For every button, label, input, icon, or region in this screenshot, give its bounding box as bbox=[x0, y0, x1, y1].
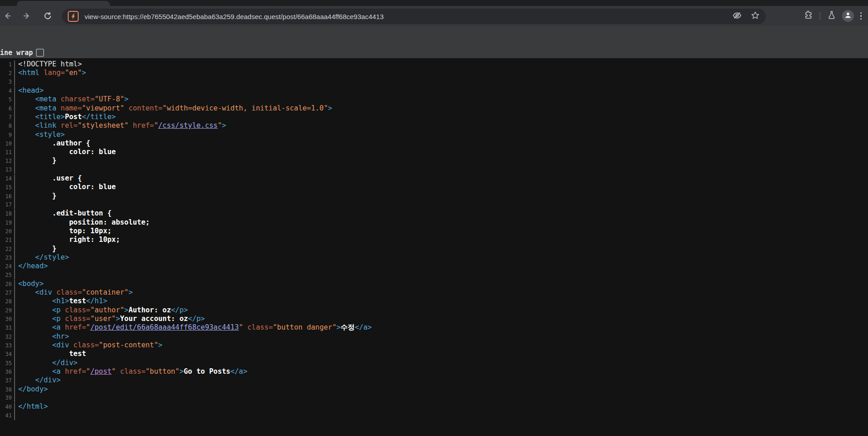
source-line-code: test bbox=[18, 350, 86, 358]
back-icon bbox=[3, 11, 12, 20]
line-number: 28 bbox=[0, 297, 15, 306]
source-line-code: <hr> bbox=[18, 332, 69, 341]
reload-icon bbox=[43, 11, 52, 20]
source-link[interactable]: /post bbox=[90, 367, 112, 376]
profile-button[interactable] bbox=[842, 10, 854, 22]
source-token: > bbox=[124, 95, 128, 103]
back-button[interactable] bbox=[0, 8, 15, 24]
menu-button[interactable] bbox=[860, 12, 862, 20]
source-line-code: <title>Post</title> bbox=[18, 113, 116, 121]
line-number: 3 bbox=[0, 78, 15, 86]
line-number: 24 bbox=[0, 262, 15, 271]
source-token: "post-content" bbox=[99, 341, 158, 349]
line-number: 18 bbox=[0, 210, 15, 218]
labs-button[interactable] bbox=[824, 8, 839, 24]
source-line-code: <p class="user">Your account: oz</p> bbox=[18, 315, 205, 323]
source-token: <body> bbox=[18, 280, 44, 288]
source-token: "en" bbox=[65, 69, 82, 77]
source-token: color: blue bbox=[18, 183, 116, 191]
source-token: } bbox=[18, 192, 56, 200]
source-token: <div bbox=[18, 341, 73, 349]
source-token: </body> bbox=[18, 385, 48, 393]
source-line: 27 <div class="container"> bbox=[0, 288, 868, 297]
tab-strip bbox=[0, 0, 868, 6]
reload-button[interactable] bbox=[40, 8, 55, 24]
line-number: 1 bbox=[0, 60, 15, 69]
line-wrap-checkbox[interactable] bbox=[36, 49, 44, 57]
source-token: .author { bbox=[18, 139, 90, 147]
source-line-code: .user { bbox=[18, 174, 82, 183]
source-token: href= bbox=[65, 323, 86, 331]
source-line: 37 </div> bbox=[0, 376, 868, 385]
source-line: 8 <link rel="stylesheet" href="/css/styl… bbox=[0, 121, 868, 130]
source-line: 22 } bbox=[0, 245, 868, 253]
source-line: 19 position: absolute; bbox=[0, 218, 868, 227]
source-token: top: 10px; bbox=[18, 227, 111, 235]
source-token: </p> bbox=[171, 306, 188, 314]
source-token: <p bbox=[18, 306, 65, 314]
source-line: 26<body> bbox=[0, 280, 868, 288]
line-number: 41 bbox=[0, 411, 15, 420]
line-wrap-label: ine wrap bbox=[0, 49, 33, 57]
source-token: > bbox=[158, 341, 162, 349]
line-number: 7 bbox=[0, 113, 15, 122]
source-line: 34 test bbox=[0, 350, 868, 358]
hidden-eye-icon[interactable] bbox=[732, 10, 742, 22]
source-line: 2<html lang="en"> bbox=[0, 69, 868, 77]
source-token: <p bbox=[18, 315, 65, 323]
browser-toolbar: view-source:https://eb7655042aed5ebaba63… bbox=[0, 6, 868, 26]
active-tab[interactable] bbox=[17, 1, 110, 6]
source-token: <!DOCTYPE html> bbox=[18, 60, 82, 68]
line-number: 37 bbox=[0, 376, 15, 385]
puzzle-icon bbox=[803, 10, 813, 22]
line-number: 17 bbox=[0, 200, 15, 209]
source-line-code: <div class="post-content"> bbox=[18, 341, 162, 350]
source-token: </style> bbox=[18, 253, 69, 261]
line-number: 5 bbox=[0, 95, 15, 104]
line-number: 16 bbox=[0, 192, 15, 201]
person-icon bbox=[844, 11, 852, 21]
source-token: </a> bbox=[231, 367, 247, 376]
line-number: 15 bbox=[0, 183, 15, 192]
line-number: 10 bbox=[0, 140, 15, 148]
line-number: 9 bbox=[0, 131, 15, 140]
forward-button[interactable] bbox=[19, 8, 35, 24]
source-token: </html> bbox=[18, 402, 48, 411]
line-number: 29 bbox=[0, 306, 15, 315]
source-line-code: <!DOCTYPE html> bbox=[18, 60, 82, 69]
source-line: 15 color: blue bbox=[0, 183, 868, 191]
view-source-badge-icon[interactable] bbox=[68, 11, 79, 22]
source-token: href= bbox=[65, 367, 86, 376]
source-token: position: absolute; bbox=[18, 218, 150, 226]
source-token: <a bbox=[18, 323, 65, 331]
source-token: <link bbox=[18, 121, 60, 130]
bookmark-star-icon[interactable] bbox=[750, 10, 760, 22]
source-token: " bbox=[111, 367, 115, 376]
source-line-code: <html lang="en"> bbox=[18, 69, 86, 77]
line-number: 11 bbox=[0, 148, 15, 157]
address-bar[interactable]: view-source:https://eb7655042aed5ebaba63… bbox=[62, 9, 766, 24]
source-line: 11 color: blue bbox=[0, 148, 868, 156]
source-token: color: blue bbox=[18, 148, 116, 156]
source-token: "viewport" bbox=[82, 104, 124, 112]
source-line: 9 <style> bbox=[0, 130, 868, 139]
source-token: class= bbox=[120, 367, 146, 376]
line-number: 23 bbox=[0, 254, 15, 262]
source-token: <meta bbox=[18, 95, 60, 103]
view-source-content: 1<!DOCTYPE html>2<html lang="en">34<head… bbox=[0, 58, 868, 436]
line-number: 40 bbox=[0, 403, 15, 411]
extensions-button[interactable] bbox=[801, 8, 816, 24]
source-line: 16 } bbox=[0, 192, 868, 200]
source-token: <h1> bbox=[18, 297, 69, 305]
source-link[interactable]: /css/style.css bbox=[158, 121, 218, 130]
source-token: "stylesheet" bbox=[78, 121, 129, 130]
source-line-code: <head> bbox=[18, 86, 44, 95]
source-token: test bbox=[69, 297, 86, 305]
source-token bbox=[243, 323, 247, 331]
line-number: 12 bbox=[0, 157, 15, 165]
view-source-header: ine wrap bbox=[0, 26, 868, 58]
source-link[interactable]: /post/edit/66a68aaa44ff68ce93ac4413 bbox=[90, 323, 239, 331]
url-text[interactable]: view-source:https://eb7655042aed5ebaba63… bbox=[85, 13, 732, 20]
source-line-code: </head> bbox=[18, 262, 48, 271]
line-number: 13 bbox=[0, 165, 15, 174]
